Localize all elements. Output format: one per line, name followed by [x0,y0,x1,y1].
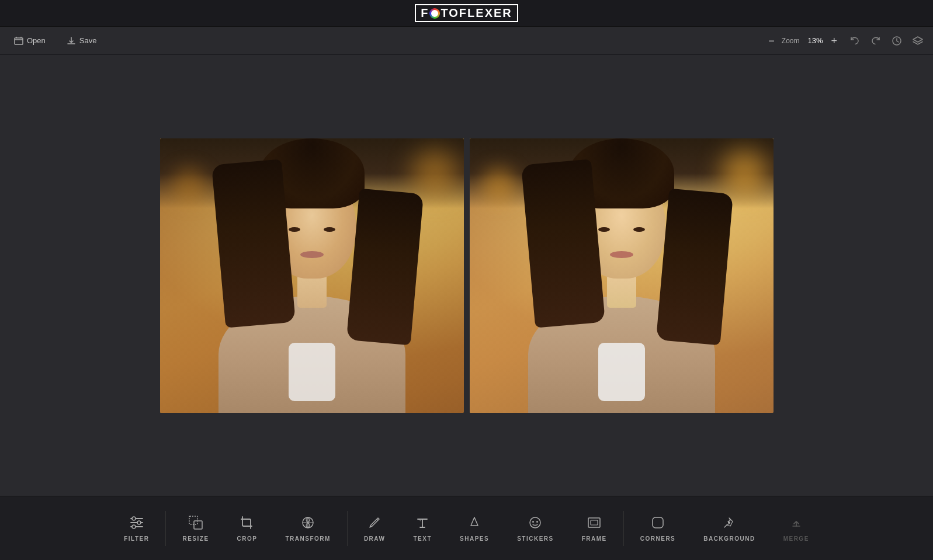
tool-corners[interactable]: CORNERS [626,496,690,560]
shapes-icon [466,514,483,531]
zoom-label: Zoom [782,37,800,45]
layers-button[interactable] [912,35,924,47]
merge-label: MERGE [783,535,809,542]
resize-label: RESIZE [182,535,209,542]
open-icon [14,36,23,46]
svg-rect-15 [588,518,600,527]
save-button[interactable]: Save [62,34,102,48]
svg-point-13 [532,521,534,523]
toolbar-center: − Zoom 13% + [768,36,837,46]
svg-rect-16 [591,520,598,525]
svg-point-5 [132,517,136,520]
toolbar: Open Save − Zoom 13% + [0,27,933,55]
tool-shapes[interactable]: SHAPES [446,496,503,560]
open-button[interactable]: Open [9,34,50,48]
frame-icon [586,514,602,531]
svg-rect-0 [15,38,23,44]
tool-filter[interactable]: FILTER [110,496,163,560]
divider-2 [347,511,348,546]
logo-text: F [421,6,429,20]
redo-icon [870,35,882,47]
tool-stickers[interactable]: STICKERS [503,496,568,560]
save-label: Save [79,36,97,45]
svg-point-7 [132,525,136,528]
undo-button[interactable] [849,35,861,47]
draw-label: DRAW [364,535,386,542]
tool-crop[interactable]: CROP [223,496,272,560]
tool-text[interactable]: TEXT [399,496,446,560]
tool-frame[interactable]: FRAME [568,496,621,560]
background-icon [721,514,737,531]
transform-label: TRANSFORM [286,535,331,542]
filter-icon [129,514,145,531]
tool-transform[interactable]: TRANSFORM [272,496,345,560]
toolbar-left: Open Save [9,34,757,48]
svg-rect-9 [194,521,202,529]
tool-merge[interactable]: MERGE [769,496,823,560]
svg-point-6 [137,521,141,524]
open-label: Open [27,36,46,45]
text-label: TEXT [413,535,432,542]
merge-icon [788,514,804,531]
images-container [160,138,774,413]
svg-point-18 [728,521,730,524]
crop-label: CROP [237,535,258,542]
svg-rect-17 [653,517,663,528]
svg-rect-8 [189,516,197,524]
shapes-label: SHAPES [460,535,489,542]
frame-label: FRAME [582,535,607,542]
tool-background[interactable]: BACKGROUND [689,496,769,560]
layers-icon [912,35,924,47]
canvas-area [0,55,933,496]
logo: F TOFLEXER [415,4,518,22]
stickers-icon [527,514,543,531]
divider-1 [165,511,166,546]
corners-label: CORNERS [640,535,676,542]
tools-bar: FILTER RESIZE CROP [0,496,933,560]
divider-3 [623,511,624,546]
tool-resize[interactable]: RESIZE [168,496,223,560]
logo-o-icon [429,8,440,19]
svg-point-12 [530,517,540,528]
processed-photo [470,138,774,413]
filter-label: FILTER [124,535,149,542]
transform-icon [300,514,316,531]
undo-icon [849,35,861,47]
toolbar-right [849,35,924,47]
tool-draw[interactable]: DRAW [350,496,400,560]
zoom-out-button[interactable]: − [768,36,775,46]
resize-icon [188,514,204,531]
history-button[interactable] [891,35,903,47]
stickers-label: STICKERS [517,535,554,542]
zoom-in-button[interactable]: + [831,36,837,46]
history-icon [891,35,903,47]
draw-icon [366,514,383,531]
svg-marker-11 [471,517,478,526]
original-photo [160,138,464,413]
background-label: BACKGROUND [703,535,755,542]
brand-bar: F TOFLEXER [0,0,933,27]
logo-text-2: TOFLEXER [441,6,512,20]
corners-icon [650,514,666,531]
redo-button[interactable] [870,35,882,47]
save-icon [67,36,76,46]
svg-point-14 [536,521,538,523]
text-icon [414,514,431,531]
zoom-value: 13% [806,36,824,45]
crop-icon [239,514,255,531]
